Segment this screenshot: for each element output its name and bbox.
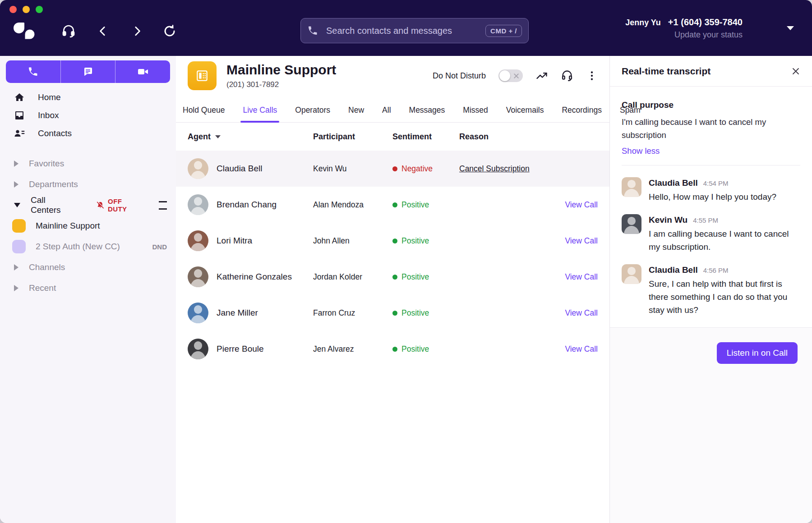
message-time: 4:54 PM bbox=[703, 178, 729, 189]
show-less-link[interactable]: Show less bbox=[622, 146, 660, 156]
avatar bbox=[188, 230, 208, 251]
new-call-button[interactable] bbox=[6, 60, 60, 83]
sidebar-item-label: Home bbox=[38, 92, 61, 102]
back-button[interactable] bbox=[95, 20, 111, 42]
table-row[interactable]: Lori Mitra John Allen Positive View Call bbox=[176, 223, 609, 259]
sidebar-section-call-centers[interactable]: Call Centers OFF DUTY bbox=[0, 195, 176, 216]
transcript-title: Real-time transcript bbox=[622, 66, 710, 77]
avatar bbox=[188, 158, 208, 179]
tab-voicemails[interactable]: Voicemails bbox=[504, 101, 546, 122]
user-name: Jenny Yu bbox=[625, 17, 661, 29]
transcript-message: Claudia Bell 4:56 PM Sure, I can help wi… bbox=[622, 264, 800, 317]
view-call-link[interactable]: View Call bbox=[565, 200, 598, 210]
headset-icon[interactable] bbox=[60, 20, 78, 42]
call-center-color-swatch bbox=[12, 240, 26, 253]
sidebar-item-2-step-auth[interactable]: 2 Step Auth (New CC) DND bbox=[0, 236, 176, 257]
sidebar-item-label: Contacts bbox=[38, 128, 72, 138]
participant-name: Kevin Wu bbox=[313, 164, 392, 174]
zoom-window-button[interactable] bbox=[36, 6, 43, 13]
view-call-link[interactable]: View Call bbox=[565, 236, 598, 246]
do-not-disturb-label: Do Not Disturb bbox=[433, 71, 486, 81]
search-input[interactable] bbox=[325, 25, 485, 37]
sidebar-section-departments[interactable]: Departments bbox=[0, 174, 176, 195]
update-status-link[interactable]: Update your status bbox=[625, 29, 743, 41]
tab-operators[interactable]: Operators bbox=[293, 101, 332, 122]
tab-hold-queue[interactable]: Hold Queue bbox=[180, 101, 227, 122]
column-agent-sort[interactable]: Agent bbox=[188, 132, 313, 142]
section-label: Recent bbox=[29, 283, 56, 293]
participant-name: Jen Alvarez bbox=[313, 344, 392, 354]
message-text: I am calling because I want to cancel my… bbox=[649, 227, 790, 253]
toggle-off-x-icon bbox=[513, 73, 519, 81]
sidebar-nav: Home Inbox Contacts bbox=[0, 88, 176, 142]
avatar bbox=[622, 264, 641, 284]
sentiment-label: Negative bbox=[401, 164, 433, 174]
transcript-message: Kevin Wu 4:55 PM I am calling because I … bbox=[622, 214, 800, 253]
reason-link[interactable]: Cancel Subscription bbox=[459, 164, 530, 174]
participant-name: Alan Mendoza bbox=[313, 200, 392, 210]
user-menu[interactable]: Jenny Yu +1 (604) 359-7840 Update your s… bbox=[625, 16, 743, 41]
more-options-icon[interactable] bbox=[586, 70, 598, 82]
message-text: Hello, How may I help you today? bbox=[649, 190, 790, 203]
analytics-trending-up-icon[interactable] bbox=[535, 69, 548, 82]
new-message-button[interactable] bbox=[60, 60, 115, 83]
table-row[interactable]: Jane Miller Farron Cruz Positive View Ca… bbox=[176, 295, 609, 331]
sidebar-item-contacts[interactable]: Contacts bbox=[0, 124, 176, 142]
new-video-button[interactable] bbox=[115, 60, 170, 83]
dnd-badge: DND bbox=[152, 243, 167, 251]
user-menu-chevron-down-icon[interactable] bbox=[787, 26, 794, 30]
phone-icon bbox=[28, 66, 38, 77]
section-label: Departments bbox=[29, 179, 78, 189]
sentiment-dot bbox=[392, 347, 397, 352]
sidebar-item-label: Inbox bbox=[38, 110, 59, 120]
column-reason: Reason bbox=[459, 132, 598, 142]
table-row[interactable]: Katherine Gonzales Jordan Kolder Positiv… bbox=[176, 259, 609, 295]
table-header: Agent Participant Sentiment Reason bbox=[176, 123, 609, 151]
tab-live-calls[interactable]: Live Calls bbox=[240, 101, 279, 122]
tab-missed[interactable]: Missed bbox=[461, 101, 490, 122]
view-call-link[interactable]: View Call bbox=[565, 308, 598, 318]
do-not-disturb-toggle[interactable] bbox=[498, 69, 523, 82]
headset-icon[interactable] bbox=[561, 69, 573, 82]
sidebar-item-home[interactable]: Home bbox=[0, 88, 176, 106]
search-bar[interactable]: CMD + / bbox=[300, 18, 529, 43]
sentiment-label: Positive bbox=[401, 308, 429, 318]
sidebar-section-favorites[interactable]: Favorites bbox=[0, 153, 176, 174]
page-title: Mainline Support bbox=[226, 62, 336, 78]
sidebar-section-channels[interactable]: Channels bbox=[0, 257, 176, 278]
call-center-label: 2 Step Auth (New CC) bbox=[36, 242, 120, 252]
minimize-window-button[interactable] bbox=[23, 6, 30, 13]
sentiment-label: Positive bbox=[401, 272, 429, 282]
agent-name: Katherine Gonzales bbox=[217, 272, 292, 282]
view-call-link[interactable]: View Call bbox=[565, 344, 598, 354]
tab-all[interactable]: All bbox=[380, 101, 393, 122]
tab-spam[interactable]: Spam bbox=[618, 101, 643, 122]
traffic-lights bbox=[9, 6, 43, 13]
participant-name: Jordan Kolder bbox=[313, 272, 392, 282]
sidebar-section-recent[interactable]: Recent bbox=[0, 278, 176, 298]
queue-menu-icon[interactable] bbox=[159, 201, 167, 210]
table-row[interactable]: Claudia Bell Kevin Wu Negative Cancel Su… bbox=[176, 151, 609, 187]
close-window-button[interactable] bbox=[9, 6, 17, 13]
view-call-link[interactable]: View Call bbox=[565, 272, 598, 282]
app-window: CMD + / Jenny Yu +1 (604) 359-7840 Updat… bbox=[0, 0, 812, 523]
tab-new[interactable]: New bbox=[346, 101, 366, 122]
listen-in-on-call-button[interactable]: Listen in on Call bbox=[717, 342, 798, 364]
table-row[interactable]: Brendan Chang Alan Mendoza Positive View… bbox=[176, 187, 609, 223]
call-center-color-swatch bbox=[12, 219, 26, 233]
close-icon[interactable] bbox=[791, 67, 800, 76]
refresh-button[interactable] bbox=[161, 20, 179, 42]
table-row[interactable]: Pierre Boule Jen Alvarez Positive View C… bbox=[176, 331, 609, 367]
contacts-icon bbox=[14, 128, 25, 139]
sidebar-item-inbox[interactable]: Inbox bbox=[0, 106, 176, 124]
home-icon bbox=[14, 92, 25, 103]
agent-name: Claudia Bell bbox=[217, 164, 262, 174]
sidebar-item-mainline-support[interactable]: Mainline Support bbox=[0, 216, 176, 236]
tab-recordings[interactable]: Recordings bbox=[559, 101, 604, 122]
inbox-icon bbox=[14, 110, 25, 121]
tab-messages[interactable]: Messages bbox=[407, 101, 448, 122]
bell-off-icon bbox=[96, 201, 105, 210]
forward-button[interactable] bbox=[129, 20, 145, 42]
chevron-right-icon bbox=[14, 161, 18, 167]
transcript-panel: Real-time transcript Call purpose I'm ca… bbox=[609, 56, 812, 523]
